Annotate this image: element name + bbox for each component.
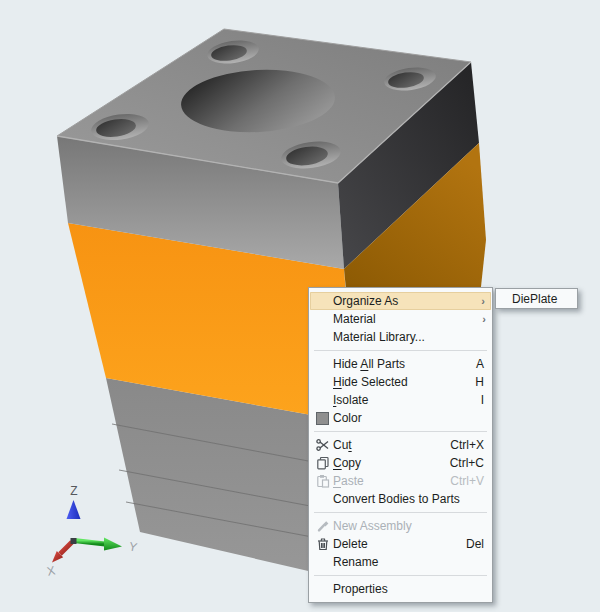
menu-item-new-assembly[interactable]: New Assembly: [309, 517, 492, 535]
menu-separator: [314, 575, 487, 576]
menu-item-shortcut: Ctrl+V: [450, 474, 492, 488]
menu-item-shortcut: I: [481, 393, 492, 407]
menu-item-shortcut: Ctrl+X: [450, 438, 492, 452]
organize-as-submenu: DiePlate: [495, 288, 578, 309]
triad-origin: [71, 538, 77, 544]
menu-item-shortcut: Del: [466, 537, 492, 551]
menu-item-icon-slot: [312, 355, 333, 373]
menu-item-label: Material Library...: [333, 330, 425, 344]
menu-item-shortcut: H: [475, 375, 492, 389]
menu-item-properties[interactable]: Properties: [309, 580, 492, 598]
submenu-item-label: DiePlate: [512, 292, 557, 306]
menu-item-icon-slot: [312, 310, 333, 328]
menu-item-label: Hide Selected: [333, 375, 408, 389]
menu-item-hide-selected[interactable]: Hide Selected H: [309, 373, 492, 391]
menu-item-icon-slot: [312, 553, 333, 571]
menu-item-label: Organize As: [333, 294, 398, 308]
menu-item-cut[interactable]: Cut Ctrl+X: [309, 436, 492, 454]
menu-item-hide-all-parts[interactable]: Hide All Parts A: [309, 355, 492, 373]
menu-separator: [314, 431, 487, 432]
menu-item-material-library[interactable]: Material Library...: [309, 328, 492, 346]
menu-item-paste[interactable]: Paste Ctrl+V: [309, 472, 492, 490]
cad-viewport: Z Y X Organize As › Material › Material …: [0, 0, 600, 612]
menu-item-icon-slot: [312, 391, 333, 409]
submenu-arrow-icon: ›: [481, 292, 491, 310]
x-axis-label: X: [46, 563, 57, 578]
menu-item-label: Properties: [333, 582, 388, 596]
menu-item-label: Hide All Parts: [333, 357, 405, 371]
z-axis-label: Z: [70, 484, 77, 498]
z-axis-arrowhead: [67, 500, 81, 519]
trash-icon: [312, 535, 333, 553]
menu-item-label: Convert Bodies to Parts: [333, 492, 460, 506]
menu-item-label: Color: [333, 411, 362, 425]
menu-item-isolate[interactable]: Isolate I: [309, 391, 492, 409]
menu-item-label: Paste: [333, 474, 364, 488]
menu-item-label: Material: [333, 312, 376, 326]
x-axis-arrow: [60, 542, 72, 554]
y-axis-arrow: [74, 541, 105, 545]
submenu-arrow-icon: ›: [482, 310, 492, 328]
menu-item-icon-slot: [312, 490, 333, 508]
menu-item-label: Delete: [333, 537, 368, 551]
context-menu: Organize As › Material › Material Librar…: [308, 287, 493, 603]
color-swatch-icon: [312, 409, 333, 427]
menu-item-label: Cut: [333, 438, 352, 452]
menu-item-color[interactable]: Color: [309, 409, 492, 427]
menu-item-label: New Assembly: [333, 519, 412, 533]
menu-item-material[interactable]: Material ›: [309, 310, 492, 328]
menu-item-shortcut: Ctrl+C: [450, 456, 492, 470]
menu-item-label: Copy: [333, 456, 361, 470]
menu-item-rename[interactable]: Rename: [309, 553, 492, 571]
menu-item-icon-slot: [312, 580, 333, 598]
menu-separator: [314, 350, 487, 351]
copy-icon: [312, 454, 333, 472]
submenu-item-dieplate[interactable]: DiePlate: [497, 290, 576, 307]
new-assembly-icon: [312, 517, 333, 535]
menu-item-copy[interactable]: Copy Ctrl+C: [309, 454, 492, 472]
menu-item-icon-slot: [312, 328, 333, 346]
menu-item-delete[interactable]: Delete Del: [309, 535, 492, 553]
y-axis-label: Y: [128, 539, 139, 554]
menu-item-convert-bodies-to-parts[interactable]: Convert Bodies to Parts: [309, 490, 492, 508]
menu-item-shortcut: A: [476, 357, 492, 371]
y-axis-arrowhead: [104, 538, 122, 551]
axis-triad: Z Y X: [46, 484, 139, 579]
menu-item-label: Rename: [333, 555, 378, 569]
scissors-icon: [312, 436, 333, 454]
menu-item-icon-slot: [312, 373, 333, 391]
menu-item-organize-as[interactable]: Organize As ›: [310, 292, 491, 310]
paste-icon: [312, 472, 333, 490]
menu-separator: [314, 512, 487, 513]
menu-item-icon-slot: [312, 292, 333, 310]
menu-item-label: Isolate: [333, 393, 368, 407]
